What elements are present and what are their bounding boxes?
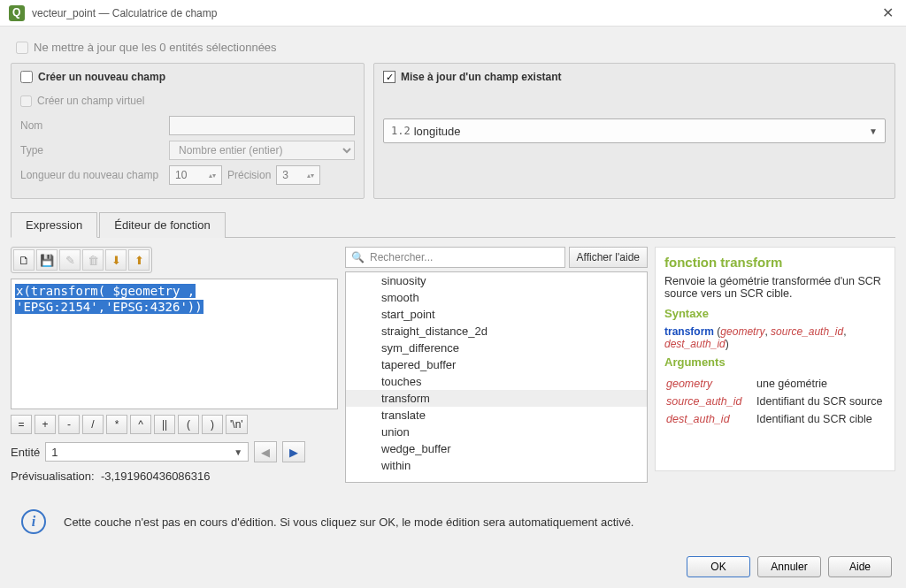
operator-button[interactable]: / — [82, 415, 104, 434]
operator-button[interactable]: '\n' — [226, 415, 248, 434]
field-type-select[interactable]: Nombre entier (entier) — [169, 141, 355, 160]
only-selected-check[interactable]: Ne mettre à jour que les 0 entités sélec… — [16, 41, 895, 54]
app-logo-icon — [9, 5, 25, 21]
help-syntax-heading: Syntaxe — [664, 307, 886, 320]
titlebar: vecteur_point — Calculatrice de champ ✕ — [0, 0, 906, 27]
field-type-label: Type — [20, 144, 169, 157]
help-description: Renvoie la géométrie transformée d'un SC… — [664, 275, 886, 300]
edit-expression-button[interactable]: ✎ — [59, 249, 81, 271]
virtual-field-checkbox[interactable] — [20, 95, 32, 107]
function-search-input[interactable]: 🔍 Rechercher... — [345, 247, 565, 268]
prev-entity-button[interactable]: ◀ — [254, 441, 277, 462]
help-signature: transform (geometry, source_auth_id, des… — [664, 325, 886, 350]
help-arg-row: source_auth_idIdentifiant du SCR source — [666, 393, 884, 409]
search-icon: 🔍 — [351, 251, 365, 263]
export-expression-button[interactable]: ⬆ — [128, 249, 150, 271]
operator-button[interactable]: = — [11, 415, 32, 434]
expression-toolbar: 🗋 💾 ✎ 🗑 ⬇ ⬆ — [11, 247, 152, 273]
function-list-item[interactable]: sym_difference — [346, 340, 647, 356]
ok-button[interactable]: OK — [687, 556, 750, 577]
tab-function-editor[interactable]: Éditeur de fonction — [99, 212, 225, 238]
function-list-item[interactable]: transform — [346, 390, 647, 407]
operator-button[interactable]: ( — [178, 415, 199, 434]
function-list-item[interactable]: touches — [346, 373, 647, 390]
close-icon[interactable]: ✕ — [879, 4, 897, 21]
operator-button[interactable]: ) — [202, 415, 223, 434]
window-title: vecteur_point — Calculatrice de champ — [32, 7, 879, 19]
tab-expression[interactable]: Expression — [11, 212, 97, 238]
preview-row: Prévisualisation: -3,191960436086316 — [11, 470, 338, 483]
operator-button[interactable]: * — [106, 415, 127, 434]
help-args-heading: Arguments — [664, 355, 886, 369]
operator-button[interactable]: + — [35, 415, 56, 434]
update-field-label: Mise à jour d'un champ existant — [401, 71, 562, 83]
function-list-item[interactable]: union — [346, 424, 647, 440]
update-field-checkbox[interactable]: ✓ — [383, 71, 395, 83]
info-icon: i — [21, 509, 46, 534]
entity-select[interactable]: 1▼ — [45, 442, 249, 462]
field-length-spin[interactable]: 10▴▾ — [169, 165, 222, 185]
new-expression-button[interactable]: 🗋 — [13, 249, 35, 271]
dialog-button-bar: OK Annuler Aide — [687, 556, 892, 577]
help-button[interactable]: Aide — [828, 556, 892, 577]
function-list-item[interactable]: within — [346, 457, 647, 474]
show-help-button[interactable]: Afficher l'aide — [569, 247, 648, 268]
operator-button[interactable]: ^ — [130, 415, 151, 434]
field-name-label: Nom — [20, 119, 169, 132]
only-selected-label: Ne mettre à jour que les 0 entités sélec… — [34, 41, 277, 54]
import-expression-button[interactable]: ⬇ — [105, 249, 127, 271]
field-precision-spin[interactable]: 3▴▾ — [276, 165, 320, 185]
help-arg-row: dest_auth_idIdentifiant du SCR cible — [666, 411, 884, 427]
function-list-item[interactable]: start_point — [346, 306, 647, 323]
function-list-item[interactable]: translate — [346, 407, 647, 424]
cancel-button[interactable]: Annuler — [757, 556, 821, 577]
function-list-item[interactable]: smooth — [346, 289, 647, 306]
field-name-input[interactable] — [169, 116, 355, 135]
only-selected-checkbox[interactable] — [16, 42, 28, 54]
expression-editor[interactable]: x(transform( $geometry , 'EPSG:2154','EP… — [11, 279, 338, 409]
next-entity-button[interactable]: ▶ — [282, 441, 305, 462]
help-args-table: geometryune géométriesource_auth_idIdent… — [664, 374, 886, 429]
help-panel: fonction transform Renvoie la géométrie … — [655, 247, 895, 471]
create-field-checkbox[interactable] — [20, 71, 33, 83]
info-text: Cette couche n'est pas en cours d'éditio… — [64, 515, 633, 529]
help-arg-row: geometryune géométrie — [666, 376, 884, 392]
function-list-item[interactable]: straight_distance_2d — [346, 323, 647, 340]
delete-expression-button[interactable]: 🗑 — [82, 249, 104, 271]
function-list-item[interactable]: sinuosity — [346, 272, 647, 289]
operator-button[interactable]: - — [58, 415, 80, 434]
function-list-item[interactable]: wedge_buffer — [346, 440, 647, 457]
function-list-item[interactable]: tapered_buffer — [346, 356, 647, 373]
preview-value: -3,191960436086316 — [101, 470, 211, 483]
update-field-panel: ✓ Mise à jour d'un champ existant 1.2 lo… — [373, 63, 895, 199]
save-expression-button[interactable]: 💾 — [36, 249, 58, 271]
existing-field-select[interactable]: 1.2 longitude ▼ — [383, 118, 886, 143]
virtual-field-label: Créer un champ virtuel — [37, 95, 186, 107]
chevron-down-icon: ▼ — [869, 126, 878, 136]
help-title: fonction transform — [664, 255, 886, 270]
create-field-panel: Créer un nouveau champ Créer un champ vi… — [11, 63, 365, 199]
tab-bar: Expression Éditeur de fonction — [11, 211, 895, 238]
function-list[interactable]: sinuositysmoothstart_pointstraight_dista… — [345, 271, 648, 483]
field-precision-label: Précision — [227, 169, 271, 181]
entity-label: Entité — [11, 446, 40, 459]
field-length-label: Longueur du nouveau champ — [20, 169, 169, 181]
operator-row: =+-/*^||()'\n' — [11, 415, 338, 434]
create-field-label: Créer un nouveau champ — [38, 71, 165, 83]
operator-button[interactable]: || — [154, 415, 175, 434]
